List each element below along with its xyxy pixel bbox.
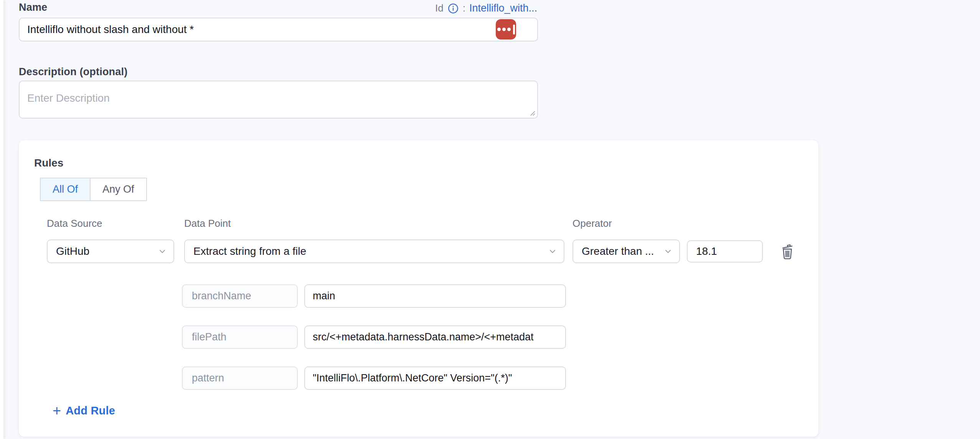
rules-match-toggle: All Of Any Of — [40, 178, 147, 201]
id-label: Id — [435, 2, 444, 14]
rules-title: Rules — [34, 157, 63, 169]
add-rule-label: Add Rule — [66, 404, 115, 417]
param-key-file-path: filePath — [182, 325, 298, 349]
operator-value: Greater than ... — [582, 245, 654, 257]
description-field-wrap — [19, 81, 538, 119]
password-manager-extension-icon[interactable] — [496, 19, 516, 40]
operator-select[interactable]: Greater than ... — [572, 239, 680, 263]
comparison-value-input[interactable] — [687, 240, 763, 262]
info-circle-icon[interactable] — [447, 3, 459, 14]
name-label: Name — [19, 2, 47, 13]
rules-card: Rules All Of Any Of Data Source Data Poi… — [19, 140, 818, 437]
data-point-label: Data Point — [184, 218, 231, 229]
delete-rule-button[interactable] — [779, 241, 796, 261]
resize-grip-icon[interactable] — [530, 110, 536, 116]
param-row-file-path: filePath — [19, 325, 818, 349]
data-source-select[interactable]: GitHub — [47, 239, 174, 263]
description-textarea[interactable] — [19, 81, 538, 119]
name-field-wrap — [19, 18, 538, 41]
page: Name Id : Intelliflo_with... Description… — [0, 0, 980, 439]
name-input[interactable] — [19, 18, 538, 41]
left-panel-edge — [0, 0, 3, 439]
chevron-down-icon — [157, 246, 167, 256]
param-row-pattern: pattern — [19, 366, 818, 390]
param-value-file-path[interactable] — [304, 325, 566, 349]
operator-label: Operator — [572, 218, 612, 229]
param-value-branch-name[interactable] — [304, 284, 566, 308]
data-source-label: Data Source — [47, 218, 102, 229]
data-point-select[interactable]: Extract string from a file — [184, 239, 564, 263]
id-separator: : — [463, 2, 465, 14]
id-value-link[interactable]: Intelliflo_with... — [469, 2, 537, 14]
data-source-value: GitHub — [56, 245, 89, 257]
plus-icon: + — [53, 404, 61, 418]
trash-icon — [780, 242, 795, 261]
param-key-pattern: pattern — [182, 366, 298, 390]
toggle-all-of[interactable]: All Of — [40, 178, 90, 201]
id-row: Id : Intelliflo_with... — [435, 2, 537, 14]
param-value-pattern[interactable] — [304, 366, 566, 390]
chevron-down-icon — [548, 246, 558, 256]
description-label: Description (optional) — [19, 66, 127, 78]
toggle-any-of[interactable]: Any Of — [90, 178, 147, 201]
comparison-value-wrap — [687, 240, 763, 262]
data-point-value: Extract string from a file — [193, 245, 306, 257]
add-rule-button[interactable]: + Add Rule — [53, 404, 115, 418]
chevron-down-icon — [663, 246, 673, 256]
param-key-branch-name: branchName — [182, 284, 298, 308]
param-row-branch-name: branchName — [19, 284, 818, 308]
